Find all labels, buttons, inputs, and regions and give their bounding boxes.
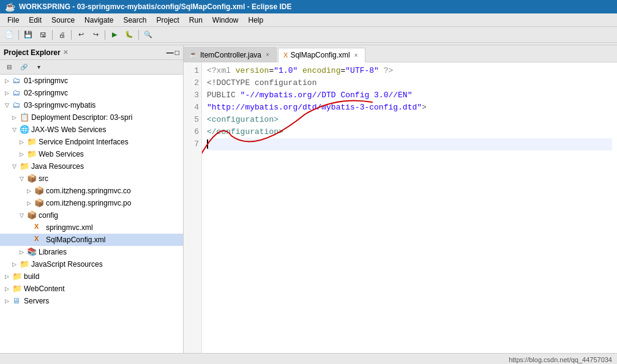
tree-item-webcontent[interactable]: ▷ 📁 WebContent — [0, 283, 183, 295]
toolbar-print[interactable]: 🖨 — [55, 29, 69, 41]
tree-label: 03-springmvc-mybatis — [24, 101, 95, 110]
pe-minimize[interactable]: — — [166, 48, 174, 57]
status-text: https://blog.csdn.net/qq_44757034 — [509, 356, 612, 363]
tree-item-package-po[interactable]: ▷ 📦 com.itzheng.springmvc.po — [0, 197, 183, 209]
code-line-5: <configuration> — [207, 114, 612, 126]
tree-item-package-co[interactable]: ▷ 📦 com.itzheng.springmvc.co — [0, 185, 183, 197]
tree-item-jaxws[interactable]: ▽ 🌐 JAX-WS Web Services — [0, 124, 183, 136]
tree-arrow: ▷ — [12, 261, 20, 267]
project-icon: 🗂 — [12, 76, 22, 86]
code-line-7[interactable]: ​ — [207, 138, 612, 150]
project-explorer: Project Explorer ✕ — □ ⊟ 🔗 ▾ ▷ 🗂 01-spri… — [0, 45, 184, 353]
tab-close[interactable]: × — [353, 51, 360, 59]
tree-label: Web Services — [39, 150, 84, 158]
toolbar-redo[interactable]: ↪ — [89, 29, 102, 41]
tree-item-servers[interactable]: ▷ 🖥 Servers — [0, 295, 183, 307]
menu-file[interactable]: File — [2, 15, 24, 26]
pe-collapse-all[interactable]: ⊟ — [2, 61, 16, 73]
line-numbers: 1 2 3 4 5 6 7 — [184, 62, 202, 353]
tree-label: Deployment Descriptor: 03-spri — [31, 113, 132, 122]
tree-item-java-resources[interactable]: ▽ 📁 Java Resources — [0, 160, 183, 173]
menu-help[interactable]: Help — [244, 15, 269, 26]
tree-arrow: ▷ — [12, 114, 20, 121]
menu-run[interactable]: Run — [184, 15, 208, 26]
toolbar-sep-4 — [105, 30, 105, 40]
pe-menu[interactable]: ▾ — [32, 61, 45, 73]
pe-link[interactable]: 🔗 — [17, 61, 31, 73]
xml-file-icon: X — [283, 51, 288, 59]
editor-area: ☕ ItemController.java × X SqlMapConfig.x… — [184, 45, 617, 353]
line-num-3: 3 — [184, 89, 199, 102]
pe-title-text: Project Explorer — [4, 48, 61, 57]
java-file-icon: ☕ — [189, 51, 198, 59]
webservice-icon: 📁 — [27, 149, 37, 159]
tree-item-web-services[interactable]: ▷ 📁 Web Services — [0, 148, 183, 160]
tree-item-src[interactable]: ▽ 📦 src — [0, 173, 183, 185]
tree-arrow: ▽ — [20, 176, 27, 182]
tree-item-deployment[interactable]: ▷ 📋 Deployment Descriptor: 03-spri — [0, 111, 183, 124]
line-num-6: 6 — [184, 126, 199, 138]
tree-label: config — [39, 211, 58, 220]
code-line-1: <?xml version="1.0" encoding="UTF-8" ?> — [207, 65, 612, 77]
tree-label: Java Resources — [31, 162, 84, 171]
toolbar-new[interactable]: 📄 — [2, 29, 16, 41]
tab-close[interactable]: × — [264, 51, 271, 59]
tree-arrow: ▽ — [20, 212, 27, 218]
menu-bar: File Edit Source Navigate Search Project… — [0, 13, 617, 27]
line-num-5: 5 — [184, 114, 199, 126]
tree-arrow: ▽ — [5, 102, 12, 108]
toolbar-run[interactable]: ▶ — [108, 29, 121, 41]
tree-arrow: ▽ — [12, 163, 20, 169]
toolbar-undo[interactable]: ↩ — [74, 29, 88, 41]
pe-actions: — □ — [166, 48, 179, 57]
code-line-3: PUBLIC "-//mybatis.org//DTD Config 3.0//… — [207, 89, 612, 102]
tab-sqlmapconfig[interactable]: X SqlMapConfig.xml × — [278, 48, 365, 62]
pe-maximize[interactable]: □ — [175, 48, 179, 57]
tree-label: JavaScript Resources — [31, 260, 103, 269]
toolbar-sep-2 — [52, 30, 53, 40]
tree-label: WebContent — [24, 284, 65, 293]
title-text: WORKSPRING - 03-springmvc-mybatis/config… — [19, 2, 291, 11]
menu-project[interactable]: Project — [151, 15, 184, 26]
code-line-6: </configuration> — [207, 126, 612, 138]
tree-item-03springmvc[interactable]: ▽ 🗂 03-springmvc-mybatis — [0, 99, 183, 111]
toolbar-debug[interactable]: 🐛 — [122, 29, 136, 41]
tree-item-service-endpoint[interactable]: ▷ 📁 Service Endpoint Interfaces — [0, 136, 183, 148]
menu-navigate[interactable]: Navigate — [80, 15, 118, 26]
line-num-2: 2 — [184, 77, 199, 89]
menu-edit[interactable]: Edit — [24, 15, 47, 26]
menu-source[interactable]: Source — [47, 15, 80, 26]
title-bar: ☕ WORKSPRING - 03-springmvc-mybatis/conf… — [0, 0, 617, 13]
tree-item-01springmvc[interactable]: ▷ 🗂 01-springmvc — [0, 75, 183, 87]
tab-itemcontroller[interactable]: ☕ ItemController.java × — [184, 47, 277, 62]
package-icon: 📦 — [27, 210, 37, 220]
menu-window[interactable]: Window — [208, 15, 244, 26]
tree-arrow: ▷ — [20, 249, 27, 255]
menu-search[interactable]: Search — [118, 15, 151, 26]
tree-item-springmvc-xml[interactable]: ▷ X springmvc.xml — [0, 221, 183, 234]
tree-item-libraries[interactable]: ▷ 📚 Libraries — [0, 246, 183, 258]
toolbar-sep-1 — [18, 30, 19, 40]
pe-tree: ▷ 🗂 01-springmvc ▷ 🗂 02-springmvc ▽ 🗂 03… — [0, 75, 183, 353]
tree-label: 02-springmvc — [24, 89, 68, 97]
pe-view-menu: ✕ — [63, 49, 68, 56]
interface-icon: 📁 — [27, 137, 37, 147]
tree-item-02springmvc[interactable]: ▷ 🗂 02-springmvc — [0, 87, 183, 99]
tree-label: JAX-WS Web Services — [31, 125, 106, 134]
tree-item-js-resources[interactable]: ▷ 📁 JavaScript Resources — [0, 258, 183, 270]
tree-item-config[interactable]: ▽ 📦 config — [0, 209, 183, 221]
toolbar-save-all[interactable]: 🖫 — [36, 29, 50, 41]
toolbar-search[interactable]: 🔍 — [141, 29, 155, 41]
toolbar-save[interactable]: 💾 — [21, 29, 35, 41]
tree-item-build[interactable]: ▷ 📁 build — [0, 270, 183, 283]
toolbar-sep-5 — [138, 30, 139, 40]
tree-label: Libraries — [39, 248, 67, 256]
tree-label: build — [24, 272, 39, 281]
package-icon: 📦 — [34, 198, 44, 208]
tree-arrow: ▷ — [27, 188, 34, 194]
tree-label: 01-springmvc — [24, 76, 68, 85]
tree-label: src — [39, 174, 48, 183]
tree-label: Servers — [24, 297, 49, 305]
code-area[interactable]: <?xml version="1.0" encoding="UTF-8" ?> … — [202, 62, 617, 353]
tree-item-sqlmapconfig[interactable]: ▷ X SqlMapConfig.xml — [0, 234, 183, 246]
